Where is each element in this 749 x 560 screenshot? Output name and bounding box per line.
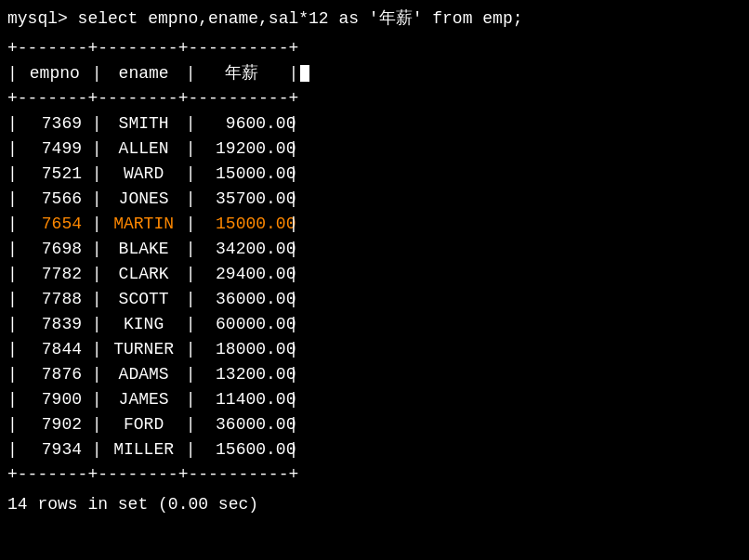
cell-border: | (288, 437, 298, 462)
cell-border: | (92, 387, 102, 412)
cell-sal: 15000.00 (195, 212, 288, 237)
sql-command: select empno,ename,sal*12 as '年薪' from e… (68, 9, 523, 28)
cell-border: | (7, 262, 18, 287)
cell-empno: 7499 (18, 137, 92, 162)
col1-header: empno (18, 61, 92, 86)
cell-border: | (288, 312, 298, 337)
cell-border: | (7, 137, 18, 162)
cell-border: | (7, 187, 18, 212)
row-count: 14 rows in set (0.00 sec) (7, 491, 742, 518)
top-hline: +-------+--------+----------+ (7, 36, 742, 61)
cell-border: | (7, 162, 18, 187)
header-row: | empno | ename | 年薪 | (7, 61, 742, 86)
col3-header: 年薪 (195, 61, 288, 86)
cell-border: | (288, 137, 298, 162)
cell-sal: 36000.00 (195, 287, 288, 312)
cell-empno: 7566 (18, 187, 92, 212)
col-border: | (92, 61, 102, 86)
col-border: | (288, 61, 298, 86)
cell-border: | (92, 287, 102, 312)
cell-sal: 13200.00 (195, 362, 288, 387)
cell-ename: SMITH (102, 111, 186, 137)
cell-border: | (288, 212, 298, 237)
cell-sal: 34200.00 (195, 237, 288, 262)
cell-border: | (7, 287, 18, 312)
cell-border: | (186, 187, 196, 212)
cell-sal: 15000.00 (195, 162, 288, 187)
cell-border: | (288, 337, 298, 362)
data-rows: | 7369 | SMITH | 9600.00 || 7499 | ALLEN… (7, 111, 742, 462)
table-row: | 7369 | SMITH | 9600.00 | (7, 111, 742, 137)
cell-empno: 7788 (18, 287, 92, 312)
cell-empno: 7902 (18, 412, 92, 437)
cell-ename: MILLER (102, 437, 186, 462)
table-wrapper: +-------+--------+----------+ | empno | … (7, 36, 742, 488)
cell-sal: 15600.00 (195, 437, 288, 462)
cell-border: | (288, 412, 298, 437)
cell-border: | (7, 337, 18, 362)
cell-border: | (186, 312, 196, 337)
cell-border: | (288, 111, 298, 137)
cell-border: | (186, 212, 196, 237)
cell-border: | (288, 237, 298, 262)
cell-border: | (186, 362, 196, 387)
cell-border: | (92, 237, 102, 262)
cell-border: | (186, 437, 196, 462)
cell-empno: 7876 (18, 362, 92, 387)
table-row: | 7839 | KING | 60000.00 | (7, 312, 742, 337)
cell-border: | (92, 187, 102, 212)
cell-empno: 7844 (18, 337, 92, 362)
cursor-block (300, 65, 309, 82)
cell-border: | (186, 262, 196, 287)
cell-sal: 35700.00 (195, 187, 288, 212)
cell-border: | (288, 187, 298, 212)
table-row: | 7900 | JAMES | 11400.00 | (7, 387, 742, 412)
command-line: mysql> select empno,ename,sal*12 as '年薪'… (7, 6, 742, 33)
cell-border: | (92, 437, 102, 462)
table-row: | 7782 | CLARK | 29400.00 | (7, 262, 742, 287)
cell-ename: ALLEN (102, 137, 186, 162)
cell-empno: 7654 (18, 212, 92, 237)
table-row: | 7566 | JONES | 35700.00 | (7, 187, 742, 212)
cell-ename: FORD (102, 412, 186, 437)
cell-border: | (7, 111, 18, 137)
cell-sal: 29400.00 (195, 262, 288, 287)
cell-empno: 7900 (18, 387, 92, 412)
table-row: | 7499 | ALLEN | 19200.00 | (7, 137, 742, 162)
cell-ename: MARTIN (102, 212, 186, 237)
cell-empno: 7839 (18, 312, 92, 337)
cell-border: | (7, 362, 18, 387)
table-row: | 7876 | ADAMS | 13200.00 | (7, 362, 742, 387)
cell-ename: BLAKE (102, 237, 186, 262)
cell-ename: WARD (102, 162, 186, 187)
table-row: | 7654 | MARTIN | 15000.00 | (7, 212, 742, 237)
cell-sal: 18000.00 (195, 337, 288, 362)
bottom-hline: +-------+--------+----------+ (7, 462, 742, 488)
cell-border: | (92, 412, 102, 437)
cell-sal: 19200.00 (195, 137, 288, 162)
table-row: | 7902 | FORD | 36000.00 | (7, 412, 742, 437)
cell-border: | (7, 387, 18, 412)
header-hline: +-------+--------+----------+ (7, 86, 742, 111)
table-row: | 7521 | WARD | 15000.00 | (7, 162, 742, 187)
cell-border: | (186, 137, 196, 162)
cell-border: | (288, 262, 298, 287)
cell-border: | (186, 337, 196, 362)
cell-sal: 36000.00 (195, 412, 288, 437)
cell-empno: 7521 (18, 162, 92, 187)
col2-header: ename (102, 61, 186, 86)
cell-border: | (92, 337, 102, 362)
cell-empno: 7698 (18, 237, 92, 262)
cell-border: | (186, 237, 196, 262)
cell-border: | (186, 287, 196, 312)
cell-border: | (186, 387, 196, 412)
cell-sal: 9600.00 (195, 111, 288, 137)
cell-border: | (92, 262, 102, 287)
cell-border: | (288, 287, 298, 312)
cell-border: | (7, 312, 18, 337)
col-border: | (7, 61, 18, 86)
cell-border: | (7, 212, 18, 237)
table-row: | 7844 | TURNER | 18000.00 | (7, 337, 742, 362)
cell-empno: 7782 (18, 262, 92, 287)
table-row: | 7698 | BLAKE | 34200.00 | (7, 237, 742, 262)
